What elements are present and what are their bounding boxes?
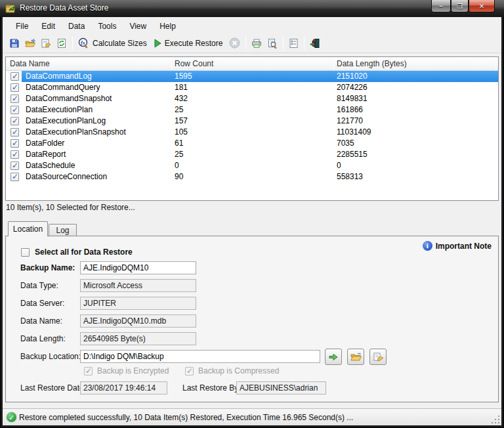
cell-row-count: 432 (175, 94, 188, 103)
cell-row-count: 157 (175, 116, 188, 125)
row-checkbox[interactable] (10, 83, 19, 92)
app-icon (5, 3, 16, 14)
open-button[interactable] (22, 36, 38, 51)
table-row[interactable]: DataCommandLog15952151020 (6, 71, 498, 82)
menu-tools[interactable]: Tools (91, 19, 123, 33)
cell-data-length: 8149831 (337, 94, 368, 103)
minimize-button[interactable]: – (431, 0, 451, 12)
cell-data-length: 161866 (337, 105, 363, 114)
tab-location[interactable]: Location (8, 221, 48, 236)
table-row[interactable]: DataCommandSnapshot4328149831 (6, 93, 498, 104)
row-checkbox[interactable] (10, 139, 19, 148)
properties-button[interactable] (38, 36, 54, 51)
cell-data-length: 11031409 (337, 127, 371, 137)
close-button[interactable]: ✕ (469, 0, 495, 12)
column-divider[interactable] (171, 58, 172, 70)
go-arrow-icon (329, 353, 338, 361)
execute-restore-button[interactable]: Execute Restore (151, 37, 227, 50)
folder-properties-button[interactable] (369, 349, 387, 365)
table-row[interactable]: DataFolder617035 (6, 138, 498, 149)
row-checkbox[interactable] (10, 161, 19, 170)
toolbar-separator (283, 37, 284, 50)
stop-button[interactable] (226, 35, 243, 51)
table-row[interactable]: DataReport252285515 (6, 149, 498, 160)
cell-data-name: DataCommandQuery (26, 83, 100, 92)
backup-compressed-label: Backup is Compressed (198, 366, 279, 375)
table-row[interactable]: DataExecutionPlanLog157121770 (6, 116, 498, 127)
calculate-sizes-label: Calculate Sizes (93, 39, 148, 48)
maximize-button[interactable]: ❐ (451, 0, 469, 12)
cell-row-count: 105 (175, 127, 188, 137)
cell-data-length: 7035 (337, 139, 354, 148)
important-note[interactable]: i Important Note (423, 241, 492, 251)
select-all-checkbox[interactable]: Select all for Data Restore (21, 247, 133, 257)
go-button[interactable] (325, 349, 342, 365)
app-window: Restore Data Asset Store – ❐ ✕ File Edit… (0, 0, 504, 428)
exit-button[interactable] (307, 36, 323, 51)
report-button[interactable] (286, 36, 301, 51)
table-row[interactable]: DataExecutionPlan25161866 (6, 104, 498, 116)
table-row[interactable]: DataCommandQuery1812074226 (6, 82, 498, 93)
row-checkbox[interactable] (10, 95, 19, 103)
report-icon (289, 38, 299, 49)
menu-file[interactable]: File (9, 19, 35, 33)
save-icon (9, 38, 20, 49)
menu-help[interactable]: Help (153, 19, 182, 33)
refresh-icon (56, 38, 67, 49)
data-name-label: Data Name: (20, 316, 62, 326)
table-row[interactable]: DataSourceConnection90558313 (6, 171, 498, 182)
menu-data[interactable]: Data (62, 19, 91, 33)
calculate-sizes-icon: fx (78, 37, 89, 49)
menu-edit[interactable]: Edit (35, 19, 62, 33)
backup-location-input[interactable]: D:\Indigo DQM\Backup (80, 350, 320, 363)
row-checkbox[interactable] (10, 72, 19, 81)
row-checkbox[interactable] (10, 128, 19, 137)
row-checkbox[interactable] (10, 117, 19, 125)
tab-log[interactable]: Log (49, 224, 77, 236)
cell-data-length: 0 (337, 161, 341, 170)
title-bar[interactable]: Restore Data Asset Store – ❐ ✕ (0, 0, 504, 17)
print-preview-icon (267, 38, 278, 49)
cell-data-name: DataReport (26, 150, 66, 159)
backup-name-input[interactable]: AJE.IndigoDQM10 (80, 261, 196, 274)
column-divider[interactable] (495, 58, 496, 70)
cell-data-name: DataCommandSnapshot (26, 94, 112, 103)
table-row[interactable]: DataExecutionPlanSnapshot10511031409 (6, 127, 498, 138)
cell-data-length: 2285515 (337, 150, 368, 159)
refresh-button[interactable] (54, 36, 70, 51)
toolbar-separator (245, 37, 246, 50)
important-note-label: Important Note (436, 242, 492, 251)
open-folder-icon (25, 38, 35, 49)
table-row[interactable]: DataSchedule00 (6, 160, 498, 171)
column-divider[interactable] (333, 58, 334, 70)
properties-icon (41, 38, 51, 49)
column-header-row-count[interactable]: Row Count (175, 59, 213, 68)
last-restore-by-label: Last Restore By: (182, 383, 241, 393)
status-bar: ✓ Restore completed successfully, 10 Dat… (3, 408, 501, 425)
backup-encrypted-checkbox: Backup is Encrypted (84, 366, 169, 375)
cell-data-name: DataCommandLog (26, 72, 92, 81)
folder-properties-icon (373, 352, 384, 362)
row-selection-highlight (22, 71, 498, 82)
last-restore-date-value: 23/08/2017 19:46:14 (80, 381, 167, 395)
browse-folder-button[interactable] (347, 349, 364, 365)
calculate-sizes-button[interactable]: fx Calculate Sizes (75, 35, 151, 51)
row-checkbox[interactable] (10, 106, 19, 114)
column-header-data-name[interactable]: Data Name (10, 59, 50, 68)
menu-view[interactable]: View (123, 19, 153, 33)
print-button[interactable] (249, 36, 264, 51)
row-checkbox[interactable] (10, 173, 19, 181)
print-preview-button[interactable] (264, 36, 280, 51)
row-checkbox[interactable] (10, 150, 19, 159)
resize-grip[interactable] (492, 416, 500, 424)
list-header: Data Name Row Count Data Length (Bytes) (6, 57, 498, 71)
save-button[interactable] (7, 36, 22, 51)
data-server-value: JUPITER (80, 297, 196, 310)
window-title: Restore Data Asset Store (20, 3, 108, 12)
checkbox-icon[interactable] (21, 248, 30, 257)
column-header-data-length[interactable]: Data Length (Bytes) (337, 59, 407, 68)
checkbox-icon (185, 367, 194, 375)
stop-icon (229, 37, 240, 49)
menu-bar: File Edit Data Tools View Help (3, 19, 501, 33)
cell-data-name: DataSchedule (26, 161, 75, 170)
